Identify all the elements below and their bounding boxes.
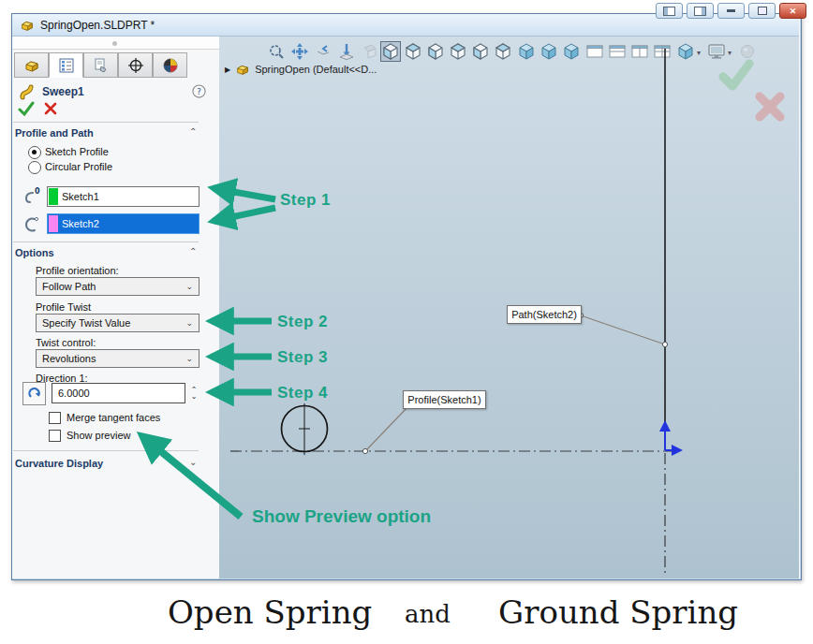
pane-right-button[interactable] [687, 3, 714, 19]
viewport-four-icon [653, 42, 672, 61]
viewport-single-icon [585, 42, 604, 61]
annotation-step4: Step 4 [277, 384, 328, 402]
divider [13, 450, 199, 451]
direction-value: 6.0000 [58, 388, 90, 399]
shaded-view-button[interactable] [539, 41, 559, 62]
minimize-icon [727, 9, 735, 12]
part-icon [235, 62, 250, 77]
sweep-feature-icon [19, 82, 37, 101]
shaded-cube-icon [540, 42, 558, 61]
caption-ground-spring: Ground Spring [498, 593, 738, 631]
callout-profile-label: Profile(Sketch1) [407, 394, 480, 405]
twist-control-value: Revolutions [42, 353, 96, 364]
spinner-down-icon[interactable]: ⌄ [191, 393, 198, 400]
screenshot-root: SpringOpen.SLDPRT * ✕ Sweep1 Profile and… [0, 0, 813, 644]
view-orientation-button[interactable] [425, 41, 446, 62]
collapse-chevron-icon[interactable]: ⌃ [189, 246, 197, 256]
shaded-view-button[interactable] [516, 41, 537, 62]
annotation-step1: Step 1 [280, 191, 331, 210]
twist-control-dropdown[interactable]: Revolutions ⌄ [36, 349, 200, 368]
dropdown-caret-icon[interactable]: ▾ [697, 49, 701, 57]
twist-control-label: Twist control: [36, 337, 96, 348]
previous-view-icon [314, 42, 333, 61]
radio-sketch-profile[interactable] [28, 146, 41, 159]
pane-left-icon [663, 7, 675, 16]
zoom-to-fit-button[interactable] [266, 41, 287, 62]
path-color-swatch [49, 215, 58, 232]
confirm-ok-watermark[interactable] [717, 56, 755, 94]
normal-to-button[interactable] [336, 41, 357, 62]
tab-displaymanager[interactable] [153, 52, 187, 78]
viewport-two-horizontal-button[interactable] [607, 41, 628, 62]
reverse-direction-button[interactable] [22, 382, 46, 405]
reverse-direction-icon [25, 385, 44, 403]
pan-icon [290, 42, 309, 61]
pan-button[interactable] [289, 41, 310, 62]
propertymanager-icon [58, 57, 75, 74]
shaded-view-button[interactable] [561, 41, 582, 62]
cancel-button[interactable] [44, 102, 57, 115]
tab-propertymanager[interactable] [49, 52, 83, 78]
view-orientation-button[interactable] [470, 41, 491, 62]
restore-button[interactable] [748, 3, 776, 19]
view-orientation-menu-button[interactable] [675, 41, 696, 62]
direction-spinner[interactable]: ⌃ ⌄ [188, 383, 200, 403]
section-view-button[interactable] [360, 41, 380, 62]
solidworks-part-icon [20, 18, 35, 33]
radio-circular-profile[interactable] [28, 161, 41, 174]
view-orientation-button[interactable] [493, 41, 513, 62]
close-icon: ✕ [790, 7, 797, 16]
zoom-to-fit-icon [267, 42, 286, 61]
tab-configurationmanager[interactable] [83, 52, 118, 78]
help-icon[interactable] [192, 84, 206, 98]
divider [13, 122, 199, 123]
view-orientation-button[interactable] [448, 41, 468, 62]
view-orientation-front-button[interactable] [380, 41, 401, 62]
profile-selection-field[interactable]: Sketch1 [47, 186, 200, 207]
radio-sketch-profile-label: Sketch Profile [45, 146, 109, 157]
tab-dimxpertmanager[interactable] [118, 52, 153, 78]
section-curvature-display: Curvature Display [15, 458, 103, 469]
profile-twist-dropdown[interactable]: Specify Twist Value ⌄ [36, 314, 200, 332]
tree-item-label: SpringOpen (Default<<D... [255, 64, 377, 75]
annotation-show-preview: Show Preview option [252, 506, 431, 527]
flyout-feature-tree[interactable]: ▶ SpringOpen (Default<<D... [225, 62, 377, 77]
tree-expand-icon[interactable]: ▶ [225, 66, 230, 74]
displaymanager-icon [162, 57, 179, 74]
collapse-chevron-icon[interactable]: ⌃ [189, 126, 197, 137]
shaded-cube-icon [562, 42, 581, 61]
viewport-two-vertical-button[interactable] [629, 41, 650, 62]
profile-field-value: Sketch1 [62, 191, 99, 202]
confirm-cancel-watermark[interactable] [753, 90, 787, 124]
view-orientation-button[interactable] [403, 41, 423, 62]
chevron-down-icon: ⌄ [185, 318, 193, 328]
caption-open-spring: Open Spring [168, 593, 372, 631]
view-cube-icon [404, 42, 422, 61]
pane-left-button[interactable] [656, 3, 683, 19]
direction-value-input[interactable]: 6.0000 [52, 383, 185, 403]
minimize-button[interactable] [717, 3, 745, 19]
merge-tangent-faces-checkbox[interactable] [49, 412, 61, 424]
show-preview-checkbox[interactable] [49, 430, 61, 442]
ok-button[interactable] [18, 101, 35, 116]
chevron-down-icon: ⌄ [185, 354, 193, 363]
profile-orientation-value: Follow Path [42, 281, 96, 292]
viewport-four-button[interactable] [652, 41, 673, 62]
profile-orientation-dropdown[interactable]: Follow Path ⌄ [36, 277, 200, 296]
previous-view-button[interactable] [313, 41, 333, 62]
panel-splitter-handle[interactable] [112, 41, 117, 46]
path-selection-field[interactable]: Sketch2 [47, 213, 200, 234]
close-button[interactable]: ✕ [779, 3, 806, 19]
shaded-cube-icon [517, 42, 536, 61]
pane-right-icon [694, 7, 706, 16]
expand-chevron-icon[interactable]: ⌄ [189, 457, 197, 467]
viewport-two-vertical-icon [630, 42, 649, 61]
tab-featuremanager[interactable] [14, 52, 49, 78]
profile-selection-icon [21, 186, 41, 207]
configurationmanager-icon [93, 57, 110, 74]
section-options: Options [15, 247, 54, 258]
profile-orientation-label: Profile orientation: [36, 265, 119, 276]
profile-color-swatch [49, 188, 58, 205]
feature-title: Sweep1 [42, 85, 84, 98]
viewport-single-button[interactable] [584, 41, 605, 62]
